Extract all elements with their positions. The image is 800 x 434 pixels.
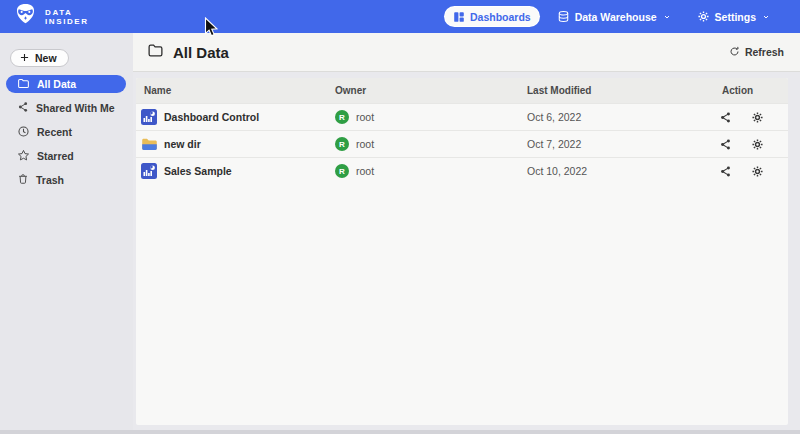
file-name: new dir (164, 138, 201, 150)
plus-icon (19, 52, 30, 65)
brand-name: DATA INSIDER (45, 8, 89, 26)
last-modified-date: Oct 10, 2022 (522, 165, 717, 177)
sidebar-item-label: Starred (37, 150, 74, 162)
sidebar-item-label: Recent (37, 126, 72, 138)
refresh-button[interactable]: Refresh (729, 46, 784, 59)
window-bottom-edge (0, 430, 800, 434)
owner-avatar: R (335, 110, 349, 124)
dashboard-icon (453, 11, 465, 23)
nav-data-warehouse-label: Data Warehouse (575, 11, 657, 23)
column-header-last-modified: Last Modified (522, 85, 717, 96)
gear-icon (697, 10, 710, 23)
folder-icon (17, 77, 30, 92)
last-modified-date: Oct 7, 2022 (522, 138, 717, 150)
nav-settings-menu[interactable]: Settings (689, 7, 778, 26)
app-window: DATA INSIDER Dashboards (0, 0, 800, 434)
brand-logo[interactable]: DATA INSIDER (0, 2, 89, 31)
table-header-row: Name Owner Last Modified Action (136, 78, 788, 103)
star-icon (17, 149, 30, 164)
sidebar-item-label: Trash (36, 174, 64, 186)
folder-icon (147, 42, 164, 63)
last-modified-date: Oct 6, 2022 (522, 111, 717, 123)
file-name: Sales Sample (164, 165, 232, 177)
owner-avatar: R (335, 137, 349, 151)
file-table-card: Name Owner Last Modified Action (136, 78, 788, 425)
share-button[interactable] (719, 165, 732, 178)
share-button[interactable] (719, 138, 732, 151)
table-row[interactable]: Sales Sample R root Oct 10, 2022 (136, 157, 788, 184)
row-settings-button[interactable] (751, 165, 764, 178)
nav-dashboards-button[interactable]: Dashboards (445, 7, 539, 26)
share-button[interactable] (719, 111, 732, 124)
column-header-owner: Owner (330, 85, 522, 96)
owner-name: root (356, 138, 374, 150)
sidebar: New All Data Shared With Me (0, 33, 133, 430)
page-header: All Data Refresh (133, 33, 800, 72)
folder-file-icon (141, 136, 157, 152)
sidebar-item-trash[interactable]: Trash (6, 171, 126, 189)
owl-logo-icon (13, 2, 38, 31)
table-row[interactable]: Dashboard Control R root Oct 6, 2022 (136, 103, 788, 130)
row-settings-button[interactable] (751, 111, 764, 124)
column-header-action: Action (717, 85, 788, 96)
share-icon (17, 101, 29, 115)
trash-icon (17, 173, 29, 187)
page-title: All Data (173, 44, 229, 61)
dashboard-file-icon (141, 109, 157, 125)
sidebar-item-label: Shared With Me (36, 102, 115, 114)
column-header-name: Name (136, 85, 330, 96)
file-name: Dashboard Control (164, 111, 259, 123)
dashboard-file-icon (141, 163, 157, 179)
refresh-icon (729, 46, 740, 59)
nav-dashboards-label: Dashboards (470, 11, 531, 23)
chevron-down-icon (663, 13, 671, 21)
sidebar-item-all-data[interactable]: All Data (6, 75, 126, 93)
clock-icon (17, 125, 30, 140)
sidebar-item-recent[interactable]: Recent (6, 123, 126, 141)
owner-name: root (356, 111, 374, 123)
sidebar-item-label: All Data (37, 78, 76, 90)
sidebar-item-starred[interactable]: Starred (6, 147, 126, 165)
row-settings-button[interactable] (751, 138, 764, 151)
content-area: Name Owner Last Modified Action (133, 73, 800, 430)
owner-avatar: R (335, 164, 349, 178)
database-icon (557, 10, 570, 23)
sidebar-item-shared-with-me[interactable]: Shared With Me (6, 99, 126, 117)
top-navbar: DATA INSIDER Dashboards (0, 0, 800, 33)
nav-settings-label: Settings (715, 11, 756, 23)
nav-data-warehouse-menu[interactable]: Data Warehouse (549, 7, 679, 26)
refresh-label: Refresh (745, 46, 784, 58)
table-row[interactable]: new dir R root Oct 7, 2022 (136, 130, 788, 157)
chevron-down-icon (762, 13, 770, 21)
owner-name: root (356, 165, 374, 177)
new-button[interactable]: New (10, 49, 69, 67)
new-button-label: New (35, 52, 57, 64)
